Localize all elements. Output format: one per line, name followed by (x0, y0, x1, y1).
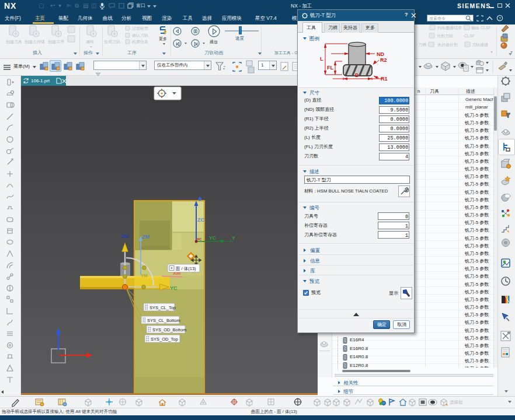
svg-text:L: L (320, 56, 323, 62)
svg-text:Y: Y (232, 235, 235, 241)
svg-text:ZM: ZM (142, 234, 149, 240)
svg-text:R2: R2 (380, 57, 387, 63)
svg-text:ZC: ZC (197, 217, 204, 223)
svg-text:FL: FL (327, 65, 333, 71)
svg-text:D: D (355, 72, 359, 78)
svg-text:R1: R1 (381, 76, 388, 82)
svg-text:SYS_CL_Bottom: SYS_CL_Bottom (147, 318, 180, 323)
svg-text:SYS_CL_Top: SYS_CL_Top (149, 305, 176, 310)
svg-text:ND: ND (377, 51, 384, 57)
svg-text:ZM: ZM (121, 233, 128, 239)
svg-text:XC: XC (197, 237, 202, 241)
svg-text:YC: YC (170, 285, 178, 291)
svg-text:?: ? (499, 16, 501, 20)
svg-text:SYS_OD_Top: SYS_OD_Top (151, 337, 178, 342)
svg-text:YC: YC (209, 235, 216, 241)
svg-text:SYS_OD_Bottom: SYS_OD_Bottom (152, 327, 186, 332)
svg-text:面 / 体(13): 面 / 体(13) (175, 266, 196, 271)
svg-text:YM: YM (141, 273, 148, 278)
